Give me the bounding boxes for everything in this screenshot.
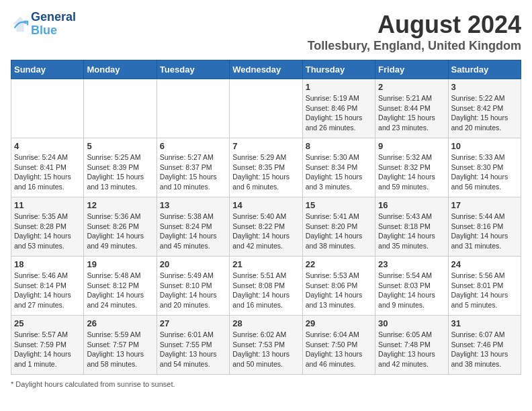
calendar-cell: 24Sunrise: 5:56 AM Sunset: 8:01 PM Dayli… [448, 257, 521, 316]
day-number: 1 [306, 82, 372, 92]
day-info: Sunrise: 5:56 AM Sunset: 8:01 PM Dayligh… [451, 271, 518, 310]
day-info: Sunrise: 5:43 AM Sunset: 8:18 PM Dayligh… [378, 212, 445, 251]
calendar-day-header: Friday [375, 60, 448, 79]
day-info: Sunrise: 5:21 AM Sunset: 8:44 PM Dayligh… [378, 93, 445, 133]
page-subtitle: Tollesbury, England, United Kingdom [308, 39, 521, 53]
day-number: 31 [451, 318, 518, 328]
day-number: 27 [160, 318, 226, 328]
calendar-cell: 11Sunrise: 5:35 AM Sunset: 8:28 PM Dayli… [11, 197, 84, 257]
day-number: 26 [87, 318, 153, 328]
logo-line2: Blue [31, 24, 76, 38]
logo-icon [11, 15, 30, 34]
calendar-cell: 22Sunrise: 5:53 AM Sunset: 8:06 PM Dayli… [302, 257, 375, 316]
day-info: Sunrise: 5:44 AM Sunset: 8:16 PM Dayligh… [451, 212, 518, 251]
calendar-cell: 8Sunrise: 5:30 AM Sunset: 8:34 PM Daylig… [302, 138, 375, 197]
calendar-table: SundayMondayTuesdayWednesdayThursdayFrid… [11, 60, 521, 375]
day-info: Sunrise: 5:27 AM Sunset: 8:37 PM Dayligh… [160, 152, 226, 192]
header: General Blue August 2024 Tollesbury, Eng… [11, 11, 521, 53]
day-info: Sunrise: 5:57 AM Sunset: 7:59 PM Dayligh… [14, 330, 81, 369]
calendar-cell: 19Sunrise: 5:48 AM Sunset: 8:12 PM Dayli… [84, 257, 157, 316]
day-number: 29 [306, 318, 372, 328]
calendar-cell: 9Sunrise: 5:32 AM Sunset: 8:32 PM Daylig… [375, 138, 448, 197]
calendar-cell: 6Sunrise: 5:27 AM Sunset: 8:37 PM Daylig… [157, 138, 229, 197]
day-number: 9 [378, 141, 445, 151]
day-number: 30 [378, 318, 445, 328]
day-number: 16 [378, 200, 445, 210]
day-info: Sunrise: 5:25 AM Sunset: 8:39 PM Dayligh… [87, 152, 153, 192]
day-info: Sunrise: 5:22 AM Sunset: 8:42 PM Dayligh… [451, 93, 518, 133]
calendar-cell: 18Sunrise: 5:46 AM Sunset: 8:14 PM Dayli… [11, 257, 84, 316]
day-info: Sunrise: 5:29 AM Sunset: 8:35 PM Dayligh… [232, 152, 299, 192]
day-info: Sunrise: 5:46 AM Sunset: 8:14 PM Dayligh… [14, 271, 81, 310]
page-title: August 2024 [308, 11, 521, 39]
calendar-cell: 12Sunrise: 5:36 AM Sunset: 8:26 PM Dayli… [84, 197, 157, 257]
day-number: 5 [87, 141, 153, 151]
calendar-cell: 17Sunrise: 5:44 AM Sunset: 8:16 PM Dayli… [448, 197, 521, 257]
day-number: 18 [14, 259, 81, 269]
calendar-cell: 16Sunrise: 5:43 AM Sunset: 8:18 PM Dayli… [375, 197, 448, 257]
calendar-cell: 21Sunrise: 5:51 AM Sunset: 8:08 PM Dayli… [230, 257, 302, 316]
day-number: 13 [160, 200, 226, 210]
calendar-cell [84, 79, 157, 138]
calendar-day-header: Wednesday [230, 60, 302, 79]
calendar-cell: 3Sunrise: 5:22 AM Sunset: 8:42 PM Daylig… [448, 79, 521, 138]
day-info: Sunrise: 5:36 AM Sunset: 8:26 PM Dayligh… [87, 212, 153, 251]
day-number: 4 [14, 141, 81, 151]
day-info: Sunrise: 5:49 AM Sunset: 8:10 PM Dayligh… [160, 271, 226, 310]
day-info: Sunrise: 5:59 AM Sunset: 7:57 PM Dayligh… [87, 330, 153, 369]
calendar-cell: 25Sunrise: 5:57 AM Sunset: 7:59 PM Dayli… [11, 316, 84, 375]
day-number: 22 [306, 259, 372, 269]
day-number: 28 [232, 318, 299, 328]
calendar-cell [11, 79, 84, 138]
calendar-cell: 31Sunrise: 6:07 AM Sunset: 7:46 PM Dayli… [448, 316, 521, 375]
day-info: Sunrise: 5:53 AM Sunset: 8:06 PM Dayligh… [306, 271, 372, 310]
calendar-cell: 30Sunrise: 6:05 AM Sunset: 7:48 PM Dayli… [375, 316, 448, 375]
day-number: 7 [232, 141, 299, 151]
day-number: 25 [14, 318, 81, 328]
day-info: Sunrise: 5:24 AM Sunset: 8:41 PM Dayligh… [14, 152, 81, 192]
day-info: Sunrise: 5:32 AM Sunset: 8:32 PM Dayligh… [378, 152, 445, 192]
day-info: Sunrise: 5:41 AM Sunset: 8:20 PM Dayligh… [306, 212, 372, 251]
calendar-cell: 20Sunrise: 5:49 AM Sunset: 8:10 PM Dayli… [157, 257, 229, 316]
calendar-cell: 14Sunrise: 5:40 AM Sunset: 8:22 PM Dayli… [230, 197, 302, 257]
day-number: 6 [160, 141, 226, 151]
calendar-day-header: Sunday [11, 60, 84, 79]
calendar-cell [157, 79, 229, 138]
calendar-day-header: Monday [84, 60, 157, 79]
logo: General Blue [11, 11, 76, 38]
calendar-cell: 4Sunrise: 5:24 AM Sunset: 8:41 PM Daylig… [11, 138, 84, 197]
calendar-day-header: Thursday [302, 60, 375, 79]
day-info: Sunrise: 5:30 AM Sunset: 8:34 PM Dayligh… [306, 152, 372, 192]
calendar-cell: 26Sunrise: 5:59 AM Sunset: 7:57 PM Dayli… [84, 316, 157, 375]
day-number: 3 [451, 82, 518, 92]
day-number: 20 [160, 259, 226, 269]
day-info: Sunrise: 6:07 AM Sunset: 7:46 PM Dayligh… [451, 330, 518, 369]
calendar-cell: 27Sunrise: 6:01 AM Sunset: 7:55 PM Dayli… [157, 316, 229, 375]
footer-note: * Daylight hours calculated from sunrise… [11, 380, 521, 388]
calendar-day-header: Tuesday [157, 60, 229, 79]
day-number: 14 [232, 200, 299, 210]
day-info: Sunrise: 6:02 AM Sunset: 7:53 PM Dayligh… [232, 330, 299, 369]
day-number: 24 [451, 259, 518, 269]
day-info: Sunrise: 5:48 AM Sunset: 8:12 PM Dayligh… [87, 271, 153, 310]
day-info: Sunrise: 5:35 AM Sunset: 8:28 PM Dayligh… [14, 212, 81, 251]
day-number: 2 [378, 82, 445, 92]
logo-line1: General [31, 11, 76, 24]
calendar-cell: 28Sunrise: 6:02 AM Sunset: 7:53 PM Dayli… [230, 316, 302, 375]
calendar-cell: 2Sunrise: 5:21 AM Sunset: 8:44 PM Daylig… [375, 79, 448, 138]
day-info: Sunrise: 5:40 AM Sunset: 8:22 PM Dayligh… [232, 212, 299, 251]
day-number: 21 [232, 259, 299, 269]
day-number: 19 [87, 259, 153, 269]
title-area: August 2024 Tollesbury, England, United … [308, 11, 521, 53]
day-info: Sunrise: 5:54 AM Sunset: 8:03 PM Dayligh… [378, 271, 445, 310]
calendar-cell: 15Sunrise: 5:41 AM Sunset: 8:20 PM Dayli… [302, 197, 375, 257]
day-number: 17 [451, 200, 518, 210]
day-number: 12 [87, 200, 153, 210]
calendar-day-header: Saturday [448, 60, 521, 79]
calendar-cell: 5Sunrise: 5:25 AM Sunset: 8:39 PM Daylig… [84, 138, 157, 197]
day-number: 10 [451, 141, 518, 151]
calendar-header: SundayMondayTuesdayWednesdayThursdayFrid… [11, 60, 521, 79]
day-info: Sunrise: 5:19 AM Sunset: 8:46 PM Dayligh… [306, 93, 372, 133]
calendar-cell: 29Sunrise: 6:04 AM Sunset: 7:50 PM Dayli… [302, 316, 375, 375]
day-info: Sunrise: 5:51 AM Sunset: 8:08 PM Dayligh… [232, 271, 299, 310]
